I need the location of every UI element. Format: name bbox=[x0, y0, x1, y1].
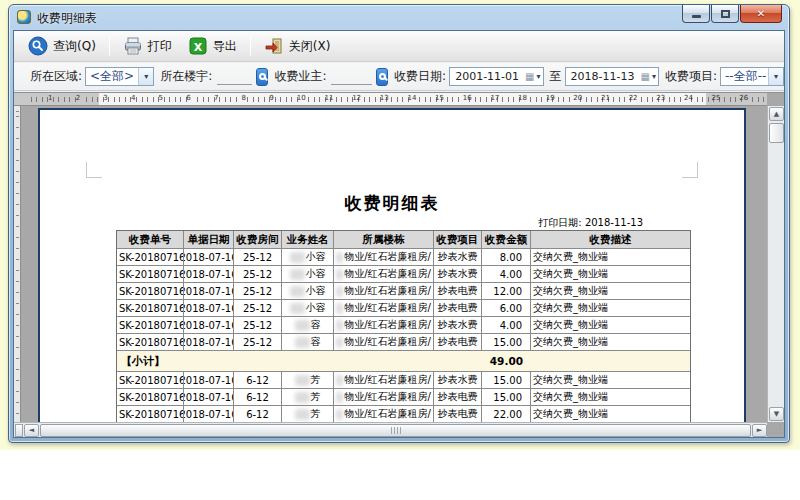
table-row: SK-20180716-00032018-07-1625-12小容物业/红石岩廉… bbox=[117, 249, 690, 266]
cell-amount: 8.00 bbox=[482, 249, 531, 265]
ruler-number: 15 bbox=[435, 94, 444, 102]
cell-description: 交纳欠费_物业端 bbox=[531, 266, 690, 282]
scroll-down-button[interactable]: ▼ bbox=[769, 407, 784, 421]
ruler-number: 8 bbox=[242, 94, 246, 102]
redaction-blur bbox=[336, 409, 343, 420]
date-label: 收费日期: bbox=[394, 68, 446, 85]
toolbar-separator bbox=[250, 36, 251, 56]
cell-date: 2018-07-16 bbox=[184, 283, 234, 299]
horizontal-scrollbar[interactable]: ◄ ► bbox=[14, 422, 767, 437]
export-button[interactable]: X 导出 bbox=[180, 33, 245, 59]
vertical-scrollbar[interactable]: ▲ ▼ bbox=[767, 106, 784, 422]
scroll-right-button[interactable]: ► bbox=[752, 424, 767, 437]
cell-fee-item: 抄表电费 bbox=[434, 389, 482, 405]
cell-building: 物业/红石岩廉租房/ bbox=[334, 406, 434, 422]
cell-fee-item: 抄表水费 bbox=[434, 249, 482, 265]
app-icon bbox=[17, 10, 31, 24]
ruler-number: 17 bbox=[490, 94, 499, 102]
report-page: 收费明细表 打印日期: 2018-11-13 收费单号单据日期收费房间业务姓名所… bbox=[38, 108, 746, 422]
vertical-scroll-thumb[interactable] bbox=[769, 123, 784, 143]
titlebar[interactable]: 收费明细表 ✕ bbox=[9, 5, 789, 30]
magnifier-icon bbox=[379, 73, 386, 80]
query-button[interactable]: 查询(Q) bbox=[20, 33, 104, 59]
ruler-number: 26 bbox=[739, 94, 748, 102]
redaction-blur bbox=[336, 252, 343, 263]
cell-amount: 15.00 bbox=[482, 372, 531, 388]
redaction-blur bbox=[290, 269, 305, 280]
cell-building: 物业/红石岩廉租房/ bbox=[334, 334, 434, 350]
fee-item-select[interactable]: --全部-- ▾ bbox=[720, 67, 784, 86]
table-row: SK-20180716-00032018-07-1625-12容物业/红石岩廉租… bbox=[117, 334, 690, 351]
minimize-button[interactable] bbox=[682, 5, 710, 23]
scroll-left-button[interactable]: ◄ bbox=[24, 424, 39, 437]
chevron-down-icon[interactable]: ▾ bbox=[138, 68, 153, 85]
scroll-up-button[interactable]: ▲ bbox=[769, 107, 784, 121]
owner-input[interactable] bbox=[331, 69, 372, 85]
ruler-number: 7 bbox=[214, 94, 218, 102]
table-row: SK-20180716-00022018-07-166-12芳物业/红石岩廉租房… bbox=[117, 372, 690, 389]
cell-date: 2018-07-16 bbox=[184, 317, 234, 333]
cell-amount: 22.00 bbox=[482, 406, 531, 422]
cell-fee-item: 抄表水费 bbox=[434, 317, 482, 333]
table-header-row: 收费单号单据日期收费房间业务姓名所属楼栋收费项目收费金额收费描述 bbox=[117, 231, 690, 249]
magnifier-icon bbox=[259, 73, 266, 80]
close-window-button[interactable]: 关闭(X) bbox=[256, 33, 339, 59]
query-button-label: 查询(Q) bbox=[53, 38, 96, 55]
owner-search-button[interactable] bbox=[376, 68, 388, 86]
preview-canvas: 收费明细表 打印日期: 2018-11-13 收费单号单据日期收费房间业务姓名所… bbox=[21, 106, 767, 422]
redaction-blur bbox=[336, 337, 343, 348]
building-search-button[interactable] bbox=[256, 68, 268, 86]
cell-fee-item: 抄表水费 bbox=[434, 266, 482, 282]
close-icon: ✕ bbox=[757, 8, 765, 19]
cell-building: 物业/红石岩廉租房/ bbox=[334, 283, 434, 299]
excel-icon: X bbox=[188, 36, 208, 56]
thumb-grip-icon bbox=[391, 427, 401, 434]
ruler-number: 1 bbox=[48, 94, 52, 102]
cell-room: 25-12 bbox=[234, 283, 282, 299]
ruler-ticks bbox=[26, 97, 765, 102]
cell-description: 交纳欠费_物业端 bbox=[531, 249, 690, 265]
margin-corner-mark bbox=[682, 162, 698, 178]
cell-room: 6-12 bbox=[234, 389, 282, 405]
region-label: 所在区域: bbox=[30, 68, 82, 85]
calendar-icon: ▦ bbox=[641, 71, 650, 82]
chevron-down-icon[interactable]: ▾ bbox=[537, 72, 541, 81]
cell-owner-name: 容 bbox=[282, 334, 334, 350]
scroll-split-handle[interactable] bbox=[15, 424, 23, 437]
chevron-down-icon[interactable]: ▾ bbox=[768, 68, 783, 85]
redaction-blur bbox=[295, 337, 310, 348]
close-button[interactable]: ✕ bbox=[740, 5, 782, 23]
date-from-picker[interactable]: 2001-11-01 ▦ ▾ bbox=[449, 67, 543, 86]
minimize-icon bbox=[692, 15, 701, 18]
ruler-number: 20 bbox=[573, 94, 582, 102]
cell-building: 物业/红石岩廉租房/ bbox=[334, 317, 434, 333]
cell-room: 6-12 bbox=[234, 372, 282, 388]
region-value: <全部> bbox=[86, 68, 138, 85]
ruler-number: 9 bbox=[269, 94, 273, 102]
item-label: 收费项目: bbox=[665, 68, 717, 85]
redaction-blur bbox=[336, 392, 343, 403]
cell-building: 物业/红石岩廉租房/ bbox=[334, 300, 434, 316]
print-button[interactable]: 打印 bbox=[115, 33, 180, 59]
building-input[interactable] bbox=[217, 69, 252, 85]
cell-bill-no: SK-20180716-0003 bbox=[117, 334, 184, 350]
cell-amount: 4.00 bbox=[482, 317, 531, 333]
cell-room: 6-12 bbox=[234, 406, 282, 422]
cell-building: 物业/红石岩廉租房/ bbox=[334, 389, 434, 405]
cell-date: 2018-07-16 bbox=[184, 334, 234, 350]
report-window: 收费明细表 ✕ 查询(Q) 打印 bbox=[8, 4, 790, 443]
ruler-number: 19 bbox=[546, 94, 555, 102]
ruler-number: 16 bbox=[463, 94, 472, 102]
redaction-blur bbox=[336, 269, 343, 280]
cell-description: 交纳欠费_物业端 bbox=[531, 389, 690, 405]
fee-item-value: --全部-- bbox=[721, 68, 768, 85]
cell-description: 交纳欠费_物业端 bbox=[531, 283, 690, 299]
region-select[interactable]: <全部> ▾ bbox=[85, 67, 154, 86]
maximize-button[interactable] bbox=[711, 5, 739, 23]
chevron-down-icon[interactable]: ▾ bbox=[652, 72, 656, 81]
date-to-picker[interactable]: 2018-11-13 ▦ ▾ bbox=[565, 67, 659, 86]
redaction-blur bbox=[336, 375, 343, 386]
horizontal-scroll-thumb[interactable] bbox=[40, 424, 751, 437]
cell-room: 25-12 bbox=[234, 334, 282, 350]
resize-grip[interactable] bbox=[768, 423, 783, 436]
